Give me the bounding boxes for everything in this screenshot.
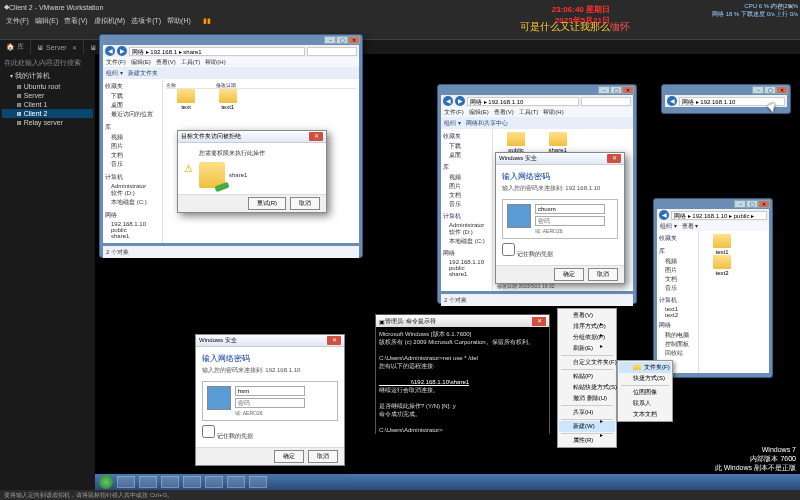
folder-item: share1 (538, 132, 578, 153)
close-icon: ✕ (72, 44, 77, 51)
pause-icon[interactable]: ▮▮ (203, 17, 211, 25)
tree-root[interactable]: 我的计算机 (2, 70, 93, 82)
menu-help[interactable]: 帮助(H) (167, 16, 191, 26)
close-icon[interactable]: ✕ (532, 317, 546, 326)
taskbar-item[interactable] (139, 476, 157, 488)
context-menu[interactable]: 查看(V)▸ 排序方式(O)▸ 分组依据(P)▸ 刷新(E) 自定义文件夹(F)… (557, 308, 617, 448)
taskbar[interactable] (95, 474, 800, 490)
taskbar-item[interactable] (227, 476, 245, 488)
permission-dialog[interactable]: 目标文件夹访问被拒绝✕ ⚠ 您需要权限来执行此操作 share1 重试(R) 取… (177, 130, 327, 213)
search-input[interactable] (307, 47, 357, 56)
close-icon[interactable]: ✕ (327, 336, 341, 345)
cancel-button[interactable]: 取消 (588, 268, 618, 281)
password-field[interactable] (535, 216, 605, 226)
menu-view[interactable]: 查看(V) (64, 16, 87, 26)
folder-item: text1 (702, 234, 742, 255)
close-icon[interactable]: ✕ (758, 200, 770, 208)
min-icon[interactable]: － (324, 36, 336, 44)
nav-pane[interactable]: 收藏夹 下载 桌面 最近访问的位置 库 视频 图片 文档 音乐 计算机 Admi… (103, 79, 163, 243)
taskbar-item[interactable] (183, 476, 201, 488)
ok-button[interactable]: 确定 (554, 268, 584, 281)
tree-client2[interactable]: Client 2 (2, 109, 93, 118)
folder-icon (219, 89, 237, 103)
taskbar-item[interactable] (205, 476, 223, 488)
explorer-remote[interactable]: －▢✕ ◀网络 ▸ 192.168.1.10 (661, 84, 791, 114)
user-icon (207, 386, 231, 410)
menu-new[interactable]: 新建(W)▸ (559, 421, 615, 432)
ok-button[interactable]: 确定 (274, 450, 304, 463)
close-icon[interactable]: ✕ (622, 86, 634, 94)
warning-icon: ⚠ (184, 163, 193, 174)
tree-ubuntu[interactable]: Ubuntu root (2, 82, 93, 91)
explorer-menu[interactable]: 文件(F)编辑(E)查看(V)工具(T)帮助(H) (103, 57, 359, 67)
cmd-window[interactable]: ▣ 管理员: 命令提示符✕ Microsoft Windows [版本 6.1.… (375, 314, 550, 434)
status-bar: 2 个对象 (103, 246, 359, 258)
close-icon[interactable]: ✕ (776, 86, 788, 94)
folder-icon (177, 89, 195, 103)
close-icon[interactable]: ✕ (607, 154, 621, 163)
folder-share-icon (199, 162, 225, 188)
taskbar-item[interactable] (161, 476, 179, 488)
tree-server[interactable]: Server (2, 91, 93, 100)
vmware-sidebar: 在此处输入内容进行搜索 我的计算机 Ubuntu root Server Cli… (0, 54, 95, 490)
address-bar[interactable]: 网络 ▸ 192.168.1.10 (467, 97, 579, 106)
nav-pane[interactable]: 收藏夹 下载 桌面 库 视频 图片 文档 音乐 计算机 Administrato… (441, 129, 493, 291)
start-button[interactable] (99, 475, 113, 489)
remember-checkbox[interactable]: 记住我的凭据 (202, 433, 253, 439)
credential-dialog-2[interactable]: Windows 安全✕ 输入网络密码 输入您的密码来连接到: 192.168.1… (495, 152, 625, 284)
dialog-title: 目标文件夹访问被拒绝 (181, 132, 241, 141)
close-icon[interactable]: ✕ (348, 36, 360, 44)
min-icon[interactable]: － (598, 86, 610, 94)
tree-client1[interactable]: Client 1 (2, 100, 93, 109)
file-list[interactable]: text1 text2 (699, 231, 769, 373)
context-submenu-new[interactable]: 文件夹(F) 快捷方式(S) 位图图像 联系人 文本文档 (617, 360, 673, 422)
max-icon[interactable]: ▢ (336, 36, 348, 44)
vmware-statusbar: 要将输入定向到该虚拟机，请将鼠标指针移入其中或按 Ctrl+G。 (0, 490, 800, 500)
username-field[interactable] (535, 204, 605, 214)
folder-item[interactable]: text (166, 89, 206, 110)
explorer-toolbar[interactable]: 组织 ▾新建文件夹 (103, 67, 359, 79)
retry-button[interactable]: 重试(R) (248, 197, 286, 210)
taskbar-explorer-icon[interactable] (117, 476, 135, 488)
close-icon[interactable]: ✕ (309, 132, 323, 141)
password-field[interactable] (235, 398, 305, 408)
forward-icon[interactable]: ▶ (117, 46, 127, 56)
cancel-button[interactable]: 取消 (290, 197, 320, 210)
back-icon[interactable]: ◀ (659, 210, 669, 220)
tree-relay[interactable]: Relay server (2, 118, 93, 127)
credential-dialog-1[interactable]: Windows 安全✕ 输入网络密码 输入您的密码来连接到: 192.168.1… (195, 334, 345, 466)
menu-edit[interactable]: 编辑(E) (35, 16, 58, 26)
vmware-titlebar: ◆ Client 2 - VMware Workstation － ▢ ✕ (0, 0, 800, 14)
back-icon[interactable]: ◀ (443, 96, 453, 106)
guest-desktop[interactable]: 23:06:40 星期日 2023年5月21日 CPU 6 % 内存 29 % … (95, 54, 800, 490)
watermark: Windows 7 内部版本 7600 此 Windows 副本不是正版 (715, 445, 796, 472)
cmd-output[interactable]: Microsoft Windows [版本 6.1.7600] 版权所有 (c)… (376, 327, 549, 437)
menu-tab[interactable]: 选项卡(T) (131, 16, 161, 26)
motto-text: 可是什么又让我那么缅怀 (520, 20, 630, 34)
username-field[interactable] (235, 386, 305, 396)
folder-item: public (496, 132, 536, 153)
vmware-menubar[interactable]: 文件(F) 编辑(E) 查看(V) 虚拟机(M) 选项卡(T) 帮助(H) ▮▮ (0, 14, 800, 28)
sidebar-search[interactable]: 在此处输入内容进行搜索 (2, 56, 93, 70)
remember-checkbox[interactable]: 记住我的凭据 (502, 251, 553, 257)
app-title: Client 2 - VMware Workstation (9, 4, 103, 11)
window-controls: － ▢ ✕ (100, 35, 362, 45)
submenu-folder[interactable]: 文件夹(F) (619, 362, 671, 373)
tab-library[interactable]: 🏠 库 (0, 40, 31, 54)
nav-pane[interactable]: 收藏夹 库 视频 图片 文档 音乐 计算机 text1 text2 网络 我的电… (657, 231, 699, 373)
forward-icon[interactable]: ▶ (455, 96, 465, 106)
folder-item: text2 (702, 255, 742, 276)
cancel-button[interactable]: 取消 (308, 450, 338, 463)
search-input[interactable] (581, 97, 631, 106)
taskbar-item[interactable] (249, 476, 267, 488)
address-bar[interactable]: 网络 ▸ 192.168.1 ▸ share1 (129, 47, 305, 56)
sysmon-overlay: CPU 6 % 内存 29 % 网络 18 % 下载速度 0/s 上行 0/s (712, 2, 798, 18)
menu-vm[interactable]: 虚拟机(M) (94, 16, 126, 26)
tab-server[interactable]: 🖥 Server✕ (31, 40, 84, 54)
explorer-public[interactable]: －▢✕ ◀网络 ▸ 192.168.1.10 ▸ public ▸ 组织 ▾查看… (653, 198, 773, 378)
folder-item[interactable]: text1 (208, 89, 248, 110)
max-icon[interactable]: ▢ (610, 86, 622, 94)
menu-file[interactable]: 文件(F) (6, 16, 29, 26)
user-icon (507, 204, 531, 228)
back-icon[interactable]: ◀ (105, 46, 115, 56)
